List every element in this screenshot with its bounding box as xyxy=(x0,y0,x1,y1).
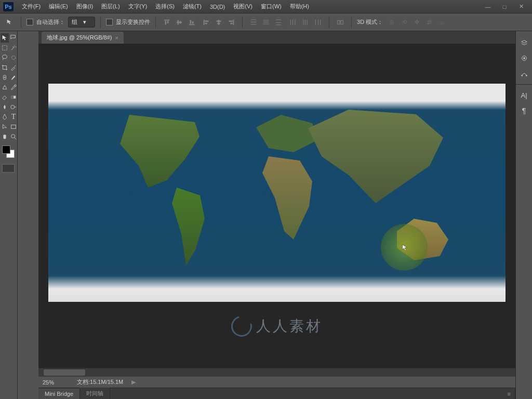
svg-rect-35 xyxy=(320,19,321,25)
paragraph-panel-icon[interactable]: ¶ xyxy=(517,103,531,118)
hand-tool[interactable] xyxy=(1,132,9,141)
spot-heal-tool[interactable] xyxy=(1,73,9,82)
paths-panel-icon[interactable] xyxy=(517,66,531,81)
menu-type[interactable]: 文字(Y) xyxy=(124,3,152,10)
scrollbar-thumb[interactable] xyxy=(44,369,85,376)
rectangle-tool[interactable] xyxy=(9,122,18,131)
marquee-tool[interactable] xyxy=(1,43,9,52)
dodge-tool[interactable] xyxy=(9,102,18,112)
history-brush-tool[interactable] xyxy=(9,83,18,92)
menu-image[interactable]: 图像(I) xyxy=(72,3,97,10)
menu-file[interactable]: 文件(F) xyxy=(18,3,45,10)
canvas-image xyxy=(48,84,506,302)
options-bar: 自动选择： 组 ▾ 显示变换控件 3D 模式： ◎ ⟲ ✥ ⇄ ⌕ xyxy=(0,14,532,31)
magic-wand-tool[interactable] xyxy=(9,43,18,52)
layers-panel-icon[interactable] xyxy=(517,35,531,50)
distribute-hcenter-icon[interactable] xyxy=(300,17,311,28)
menu-window[interactable]: 窗口(W) xyxy=(257,3,286,10)
status-arrow-icon[interactable]: ▶ xyxy=(131,379,136,385)
brush-tool[interactable] xyxy=(9,73,18,82)
zoom-tool[interactable] xyxy=(9,132,18,141)
show-transform-checkbox[interactable] xyxy=(106,19,113,25)
auto-select-dropdown[interactable]: 组 ▾ xyxy=(68,17,95,28)
align-top-icon[interactable] xyxy=(161,17,172,28)
left-collapsed-panels xyxy=(18,31,38,399)
path-select-tool[interactable] xyxy=(1,122,9,131)
gradient-tool[interactable] xyxy=(9,92,18,102)
align-right-icon[interactable] xyxy=(225,17,237,28)
menu-filter[interactable]: 滤镜(T) xyxy=(179,3,206,10)
distribute-top-icon[interactable] xyxy=(248,17,259,28)
maximize-button[interactable]: □ xyxy=(497,2,512,12)
horizontal-scrollbar[interactable] xyxy=(38,368,515,376)
distribute-left-icon[interactable] xyxy=(287,17,299,28)
tab-mini-bridge[interactable]: Mini Bridge xyxy=(38,389,80,399)
artboard-tool[interactable] xyxy=(9,33,18,43)
roll3d-icon[interactable]: ⟲ xyxy=(398,17,410,28)
status-doc-label: 文档:15.1M/15.1M xyxy=(77,378,123,386)
blur-tool[interactable] xyxy=(1,102,9,112)
quick-select-tool[interactable] xyxy=(9,53,18,62)
move-tool[interactable] xyxy=(1,33,9,43)
crop-tool[interactable] xyxy=(1,63,9,72)
canvas-area: 地球.jpg @ 25%(RGB/8#) × 人人素材 xyxy=(38,31,515,399)
panel-separator xyxy=(516,84,532,85)
color-swatch[interactable] xyxy=(2,145,15,160)
separator xyxy=(242,17,243,28)
svg-rect-21 xyxy=(263,20,269,20)
svg-point-40 xyxy=(12,56,16,60)
pan3d-icon[interactable]: ✥ xyxy=(411,17,422,28)
distribute-vcenter-icon[interactable] xyxy=(260,17,272,28)
distribute-bottom-icon[interactable] xyxy=(273,17,284,28)
distribute-right-icon[interactable] xyxy=(312,17,324,28)
status-zoom[interactable]: 25% xyxy=(43,379,69,385)
align-bottom-icon[interactable] xyxy=(186,17,197,28)
svg-rect-38 xyxy=(3,46,7,50)
svg-rect-31 xyxy=(305,19,305,25)
menu-layer[interactable]: 图层(L) xyxy=(97,3,124,10)
eyedropper-tool[interactable] xyxy=(9,63,18,72)
align-hcenter-icon[interactable] xyxy=(213,17,224,28)
clone-stamp-tool[interactable] xyxy=(1,83,9,92)
svg-rect-30 xyxy=(303,19,304,25)
svg-point-45 xyxy=(11,105,15,109)
map-africa xyxy=(256,156,318,240)
align-vcenter-icon[interactable] xyxy=(174,17,185,28)
foreground-color[interactable] xyxy=(2,145,10,154)
svg-rect-22 xyxy=(263,22,269,22)
panel-menu-icon[interactable]: ≡ xyxy=(503,389,515,399)
menu-help[interactable]: 帮助(H) xyxy=(286,3,313,10)
canvas-viewport[interactable]: 人人素材 xyxy=(38,44,515,368)
tab-timeline[interactable]: 时间轴 xyxy=(80,388,110,399)
cursor-icon xyxy=(402,244,409,253)
menu-3d[interactable]: 3D(D) xyxy=(206,4,229,10)
svg-rect-33 xyxy=(315,19,316,25)
pen-tool[interactable] xyxy=(1,112,9,122)
svg-rect-16 xyxy=(229,20,233,22)
auto-align-icon[interactable] xyxy=(335,17,346,28)
menu-view[interactable]: 视图(V) xyxy=(229,3,257,10)
close-tab-icon[interactable]: × xyxy=(115,35,118,41)
svg-point-49 xyxy=(523,57,525,59)
close-window-button[interactable]: ✕ xyxy=(513,2,529,12)
auto-select-checkbox[interactable] xyxy=(26,19,33,25)
zoom3d-icon[interactable]: ⌕ xyxy=(436,17,447,28)
lasso-tool[interactable] xyxy=(1,53,9,62)
orbit3d-icon[interactable]: ◎ xyxy=(386,17,397,28)
quick-mask-toggle[interactable] xyxy=(2,164,15,172)
svg-rect-3 xyxy=(177,22,182,23)
document-tab[interactable]: 地球.jpg @ 25%(RGB/8#) × xyxy=(42,32,124,44)
menu-edit[interactable]: 编辑(E) xyxy=(45,3,72,10)
svg-rect-34 xyxy=(318,19,318,25)
status-bar: 25% 文档:15.1M/15.1M ▶ xyxy=(38,376,515,388)
distribute-group-1 xyxy=(248,17,284,28)
minimize-button[interactable]: — xyxy=(480,2,496,12)
menu-select[interactable]: 选择(S) xyxy=(151,3,179,10)
type-tool[interactable]: T xyxy=(9,112,18,122)
move-tool-icon[interactable] xyxy=(4,17,16,28)
eraser-tool[interactable] xyxy=(1,92,9,102)
channels-panel-icon[interactable] xyxy=(517,51,531,65)
slide3d-icon[interactable]: ⇄ xyxy=(423,17,435,28)
character-panel-icon[interactable]: A| xyxy=(517,88,531,102)
align-left-icon[interactable] xyxy=(201,17,212,28)
